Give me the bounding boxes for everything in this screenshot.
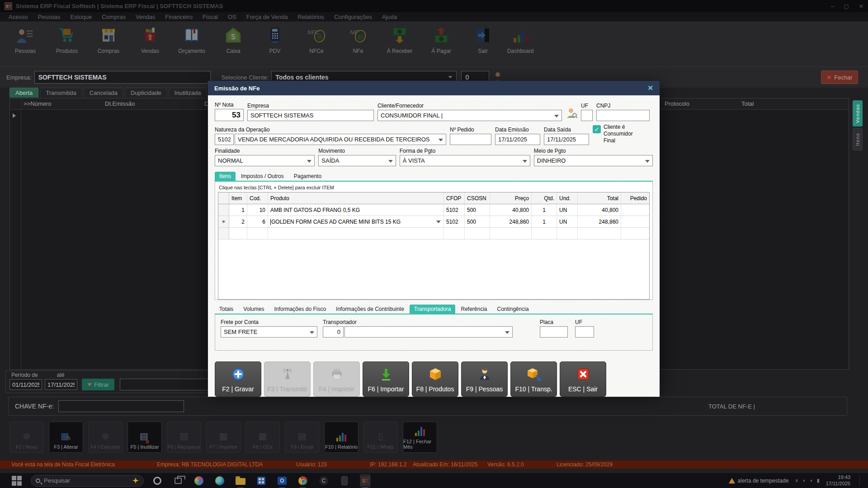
toolbar-a-pagar[interactable]: Á Pagar	[421, 25, 461, 54]
f7-imprimir-button[interactable]: ▦F7 | Imprimir	[206, 422, 241, 453]
table-row[interactable]: 1 10 AMB INT GATOS AD FRANG 0,5 KG 5102 …	[218, 204, 649, 216]
f10-relatorio-button[interactable]: F10 | Relatório	[324, 422, 359, 453]
ms-store-icon[interactable]	[256, 475, 267, 486]
menu-fiscal[interactable]: Fiscal	[198, 14, 223, 20]
toolbar-orcamento[interactable]: Orçamento	[172, 25, 212, 54]
tray-network-icon[interactable]: ◗	[802, 478, 806, 483]
f6-recuperar-button[interactable]: ▤F6 | Recuperar	[167, 422, 201, 453]
tab-informacoes-fisco[interactable]: Informações do Fisco	[269, 305, 330, 314]
filtrar-button[interactable]: Filtrar	[82, 379, 114, 390]
transportador-code-input[interactable]	[323, 326, 344, 338]
side-tab-vendas[interactable]: Vendas	[853, 100, 863, 127]
tab-itens[interactable]: Itens	[215, 172, 236, 181]
natureza-code-input[interactable]	[215, 134, 234, 145]
f8-produtos-button[interactable]: F8 | Produtos	[412, 361, 458, 397]
data-saida-input[interactable]	[544, 134, 589, 145]
f4-cancelar-button[interactable]: ⊗F4 | Cancelar	[88, 422, 123, 453]
task-view-icon[interactable]	[173, 475, 184, 486]
show-desktop-button[interactable]	[859, 476, 862, 486]
tray-sound-icon[interactable]: ◖	[810, 478, 813, 483]
nota-input[interactable]	[215, 109, 244, 121]
tab-totais[interactable]: Totais	[215, 305, 238, 314]
person-lookup-icon[interactable]	[566, 107, 577, 121]
taskbar-clock[interactable]: 19:43 17/11/2025	[826, 474, 850, 487]
f8-cce-button[interactable]: ▦F8 | CCe	[245, 422, 280, 453]
minimize-icon[interactable]: –	[831, 3, 834, 9]
tray-expand-icon[interactable]: ∧	[795, 478, 798, 483]
toolbar-sair[interactable]: Sair	[463, 25, 503, 54]
f9-pessoas-button[interactable]: F9 | Pessoas	[461, 361, 508, 397]
tab-impostos-outros[interactable]: Impostos / Outros	[236, 172, 288, 181]
cliente-fornecedor-combo[interactable]: CONSUMIDOR FINAL |	[377, 110, 562, 121]
outlook-icon[interactable]: O	[277, 475, 288, 486]
softtech-app-icon[interactable]: ST	[360, 475, 371, 486]
transportador-combo[interactable]	[344, 326, 513, 338]
toolbar-caixa[interactable]: $ Caixa	[213, 25, 253, 54]
period-from-input[interactable]	[9, 379, 42, 390]
chave-nfe-input[interactable]	[58, 400, 184, 412]
f6-importar-button[interactable]: F6 | Importar	[363, 361, 409, 397]
tab-cancelada[interactable]: Cancelada	[84, 88, 123, 98]
f2-gravar-button[interactable]: F2 | Gravar	[215, 361, 261, 397]
transporte-uf-input[interactable]	[575, 326, 594, 338]
toolbar-produtos[interactable]: Produtos	[47, 25, 87, 54]
movimento-combo[interactable]: SAÍDA	[318, 155, 396, 166]
file-explorer-icon[interactable]	[235, 475, 246, 486]
table-row[interactable]: ✳ 2 6 GOLDEN FORM CAES AD CARNE MINI BIT…	[218, 216, 649, 228]
menu-pessoas[interactable]: Pessoas	[33, 14, 66, 20]
taskbar-search[interactable]: Pesquisar	[31, 475, 144, 487]
toolbar-pessoas[interactable]: Pessoas	[5, 25, 45, 54]
tab-pagamento[interactable]: Pagamento	[289, 172, 326, 181]
notes-app-icon[interactable]	[339, 475, 350, 486]
cnpj-input[interactable]	[596, 110, 650, 121]
menu-forca-de-venda[interactable]: Força de Venda	[241, 14, 293, 20]
tray-battery-icon[interactable]: ▮	[817, 478, 820, 483]
menu-acesso[interactable]: Acesso	[4, 14, 33, 20]
menu-estoque[interactable]: Estoque	[66, 14, 97, 20]
menu-ajuda[interactable]: Ajuda	[377, 14, 402, 20]
forma-pgto-combo[interactable]: À VISTA	[400, 155, 530, 166]
items-grid[interactable]: Item Cod. Produto CFOP CSOSN Preço Qtd. …	[218, 192, 650, 300]
toolbar-nfce[interactable]: NFCe NFCe	[297, 25, 336, 54]
f12-fechar-mes-button[interactable]: F12 | Fechar Mês	[403, 422, 437, 453]
opera-icon[interactable]	[152, 475, 163, 486]
placa-input[interactable]	[540, 326, 568, 338]
edge-icon[interactable]	[214, 475, 225, 486]
esc-sair-button[interactable]: ESC | Sair	[560, 361, 606, 397]
tab-transportadora[interactable]: Transportadora	[410, 305, 456, 314]
toolbar-a-receber[interactable]: Á Receber	[380, 25, 420, 54]
empresa-input[interactable]	[34, 71, 211, 84]
toolbar-dashboard[interactable]: Dashboard	[505, 25, 536, 54]
tab-volumes[interactable]: Volumes	[239, 305, 269, 314]
menu-configuracoes[interactable]: Configurações	[329, 14, 377, 20]
f10-transp-button[interactable]: F10 | Transp.	[510, 361, 557, 397]
frete-combo[interactable]: SEM FRETE	[221, 326, 317, 338]
pedido-input[interactable]	[450, 134, 491, 145]
toolbar-vendas[interactable]: Vendas	[130, 25, 170, 54]
dialog-close-icon[interactable]: ✕	[647, 84, 653, 92]
close-icon[interactable]: ✕	[859, 3, 863, 9]
natureza-combo[interactable]: VENDA DE MERCADORIA ADQUIRIDA OU RECEBID…	[235, 134, 446, 145]
copilot-icon[interactable]	[193, 475, 204, 486]
maximize-icon[interactable]: ▢	[844, 3, 849, 9]
fechar-button[interactable]: ✕ Fechar	[821, 70, 858, 84]
toolbar-pdv[interactable]: PDV	[255, 25, 295, 54]
tab-referencia[interactable]: Referência	[456, 305, 491, 314]
tab-informacoes-contribuinte[interactable]: Informações de Contribuinte	[331, 305, 409, 314]
produto-cell-editor[interactable]: GOLDEN FORM CAES AD CARNE MINI BITS 15 K…	[268, 216, 444, 227]
tab-transmitida[interactable]: Transmitida	[40, 88, 82, 98]
menu-relatorios[interactable]: Relatórios	[293, 14, 330, 20]
meio-pgto-combo[interactable]: DINHEIRO	[534, 155, 653, 166]
toolbar-compras[interactable]: Compras	[89, 25, 128, 54]
tab-contingencia-dialog[interactable]: Contingência	[493, 305, 533, 314]
menu-vendas[interactable]: Vendas	[131, 14, 160, 20]
f5-inutilizar-button[interactable]: ▤✖F5 | Inutilizar	[127, 422, 162, 453]
uf-input[interactable]	[581, 110, 593, 121]
menu-financeiro[interactable]: Financeiro	[160, 14, 198, 20]
f2-novo-button[interactable]: ⊕F2 | Novo	[9, 422, 44, 453]
claude-icon[interactable]: C	[318, 475, 329, 486]
f9-email-button[interactable]: ▤F9 | Email	[285, 422, 319, 453]
empresa-dialog-input[interactable]	[247, 110, 374, 121]
chrome-icon[interactable]	[297, 475, 308, 486]
tab-inutilizada[interactable]: Inutilizada	[169, 88, 207, 98]
